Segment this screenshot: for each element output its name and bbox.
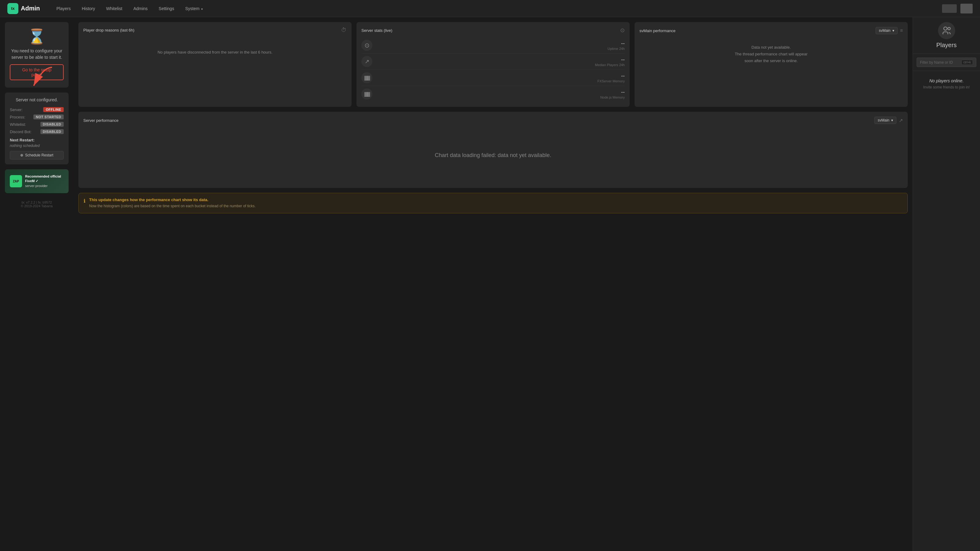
uptime-icon: ⊙ (361, 40, 372, 51)
sidebar-players-title: Players (936, 41, 957, 49)
search-placeholder: Filter by Name or ID (920, 60, 953, 65)
server-perf-title: Server performance (83, 118, 119, 123)
sidebar-players-header: Players (913, 17, 980, 54)
whitelist-status-badge: DISABLED (40, 122, 64, 127)
player-drop-title: Player drop reasons (last 6h) (83, 28, 134, 32)
player-drop-card: Player drop reasons (last 6h) ⏱ No playe… (78, 22, 352, 107)
chart-icon: ↗ (899, 118, 903, 123)
trending-icon: ↗ (361, 56, 372, 67)
flag-icon (960, 4, 973, 13)
right-sidebar: Players Filter by Name or ID ctrl+k No p… (913, 17, 980, 551)
nav-system[interactable]: System (181, 4, 207, 13)
clock-icon: ⏱ (341, 27, 347, 33)
zap-banner[interactable]: ZAP Recommended official FiveM ✓ server … (5, 169, 68, 193)
update-title: This update changes how the performance … (89, 197, 256, 202)
players-avatar-icon (938, 22, 955, 39)
uptime-value: -- (376, 40, 625, 47)
server-stats-title: Server stats (live) (361, 28, 392, 33)
process-status-row: Process: NOT STARTED (10, 114, 64, 119)
logo-text: Admin (21, 5, 40, 12)
main-layout: ⌛ You need to configure your server to b… (0, 17, 980, 551)
fxmem-info: -- FXServer Memory (376, 73, 625, 83)
update-body: Now the histogram (colors) are based on … (89, 203, 256, 209)
svmain-dropdown[interactable]: svMain ▾ (875, 27, 897, 34)
nodemem-label: Node.js Memory (376, 95, 625, 99)
version-tx: tx: v7.2.2 | fx: b9572 (5, 200, 68, 204)
logo[interactable]: tx Admin (7, 3, 40, 14)
configure-card: ⌛ You need to configure your server to b… (5, 22, 68, 87)
uptime-info: -- Uptime 24h (376, 40, 625, 51)
server-status-card: Server not configured. Server: OFFLINE P… (5, 92, 68, 164)
chevron-icon-perf: ▾ (891, 118, 893, 122)
server-stats-header: Server stats (live) ⊙ (361, 27, 625, 34)
server-status-badge: OFFLINE (43, 107, 64, 112)
server-perf-header: Server performance svMain ▾ ↗ (83, 117, 903, 124)
median-label: Median Players 24h (376, 63, 625, 67)
list-icon: ≡ (900, 28, 903, 33)
chart-fail-message: Chart data loading failed: data not yet … (83, 128, 903, 183)
server-status-row: Server: OFFLINE (10, 107, 64, 112)
plus-icon: ⊕ (20, 153, 23, 157)
version-info: tx: v7.2.2 | fx: b9572 © 2019-2024 Tabar… (5, 198, 68, 210)
speedometer-icon: ⊙ (620, 27, 625, 34)
configure-text: You need to configure your server to be … (10, 48, 64, 60)
avatar (942, 4, 957, 13)
server-stats-card: Server stats (live) ⊙ ⊙ -- Uptime 24h ↗ … (356, 22, 630, 107)
search-shortcut: ctrl+k (961, 60, 973, 65)
zap-text: Recommended official FiveM ✓ server prov… (25, 174, 64, 188)
logo-icon: tx (7, 3, 18, 14)
nodemem-value: -- (376, 89, 625, 95)
next-restart-value: nothing scheduled (10, 144, 64, 148)
nav-right (942, 4, 973, 13)
fxmem-icon: ▓▓ (361, 72, 372, 83)
content-area: Player drop reasons (last 6h) ⏱ No playe… (73, 17, 913, 551)
uptime-label: Uptime 24h (376, 47, 625, 51)
process-label: Process: (10, 115, 25, 119)
server-not-configured-text: Server not configured. (10, 97, 64, 102)
median-stat: ↗ -- Median Players 24h (361, 54, 625, 70)
server-perf-dropdown[interactable]: svMain ▾ (874, 117, 896, 124)
version-copy: © 2019-2024 Tabarra (5, 204, 68, 208)
whitelist-status-row: Whitelist: DISABLED (10, 122, 64, 127)
nodemem-info: -- Node.js Memory (376, 89, 625, 99)
no-players-online: No players online. Invite some friends t… (913, 71, 980, 97)
server-perf-card: Server performance svMain ▾ ↗ Chart data… (78, 112, 908, 188)
nodemem-stat: ▓▓ -- Node.js Memory (361, 86, 625, 102)
nav-whitelist[interactable]: Whitelist (102, 4, 126, 13)
nodemem-icon: ▓▓ (361, 89, 372, 100)
sidebar-search: Filter by Name or ID ctrl+k (913, 54, 980, 71)
hourglass-icon: ⌛ (27, 29, 46, 44)
svmain-perf-title: svMain performance (640, 29, 676, 33)
top-row: Player drop reasons (last 6h) ⏱ No playe… (78, 22, 908, 107)
schedule-restart-button[interactable]: ⊕ Schedule Restart (10, 151, 64, 159)
chevron-down-icon (201, 6, 203, 11)
left-panel: ⌛ You need to configure your server to b… (0, 17, 73, 551)
whitelist-label: Whitelist: (10, 122, 26, 127)
setup-page-button[interactable]: Go to the setup page! (10, 64, 64, 80)
search-input-container[interactable]: Filter by Name or ID ctrl+k (916, 57, 976, 67)
svmain-perf-header: svMain performance svMain ▾ ≡ (640, 27, 903, 34)
svg-point-0 (943, 27, 947, 30)
next-restart-section: Next Restart: nothing scheduled ⊕ Schedu… (10, 138, 64, 159)
no-players-title: No players online. (916, 78, 976, 83)
player-drop-empty: No players have disconnected from the se… (83, 37, 347, 68)
zap-logo: ZAP (10, 175, 22, 187)
next-restart-label: Next Restart: (10, 138, 64, 142)
discord-status-badge: DISABLED (40, 129, 64, 134)
median-value: -- (376, 57, 625, 63)
fxmem-value: -- (376, 73, 625, 79)
nav-admins[interactable]: Admins (129, 4, 152, 13)
chevron-icon: ▾ (892, 29, 894, 33)
nav-history[interactable]: History (78, 4, 100, 13)
uptime-stat: ⊙ -- Uptime 24h (361, 37, 625, 54)
svg-point-1 (948, 27, 950, 30)
nav-settings[interactable]: Settings (154, 4, 178, 13)
update-notice: ℹ This update changes how the performanc… (78, 193, 908, 213)
nav-players[interactable]: Players (52, 4, 75, 13)
fxmem-stat: ▓▓ -- FXServer Memory (361, 70, 625, 86)
nav-links: Players History Whitelist Admins Setting… (52, 4, 942, 13)
no-players-sub: Invite some friends to join in! (916, 85, 976, 89)
discord-label: Discord Bot: (10, 130, 32, 134)
fxmem-label: FXServer Memory (376, 79, 625, 83)
median-info: -- Median Players 24h (376, 57, 625, 67)
